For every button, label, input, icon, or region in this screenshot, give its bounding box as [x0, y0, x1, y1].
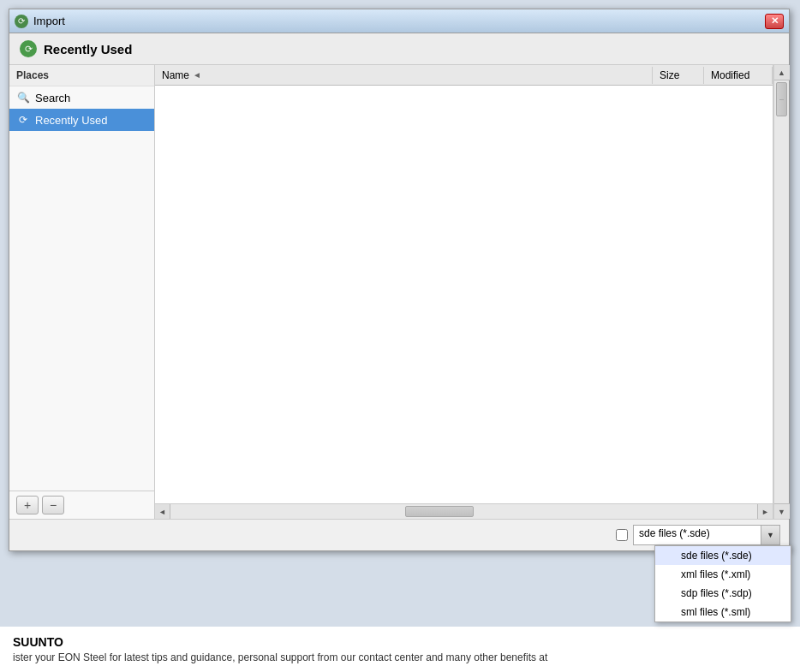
- scrollbar-down-button[interactable]: ▼: [774, 503, 790, 519]
- horizontal-scrollbar: ◄ ►: [155, 503, 773, 519]
- file-type-select[interactable]: sde files (*.sde): [633, 525, 761, 545]
- file-type-dropdown-button[interactable]: ▼: [761, 525, 780, 545]
- dropdown-item-sml[interactable]: sml files (*.sml): [655, 603, 791, 621]
- close-button[interactable]: ✕: [765, 14, 784, 29]
- filelist-header: Name ◄ Size Modified: [155, 65, 773, 86]
- file-type-dropdown-popup: sde files (*.sde) xml files (*.xml) sdp …: [654, 545, 791, 622]
- hscrollbar-left-button[interactable]: ◄: [155, 504, 170, 520]
- dropdown-item-sdp[interactable]: sdp files (*.sdp): [655, 584, 791, 603]
- sidebar-bottom: + −: [9, 491, 154, 519]
- dialog-icon: ⟳: [15, 15, 28, 28]
- header-title: Recently Used: [44, 42, 132, 56]
- dialog-titlebar: ⟳ Import ✕: [9, 9, 789, 33]
- sidebar-item-search[interactable]: 🔍 Search: [9, 86, 154, 109]
- hscrollbar-thumb[interactable]: [405, 506, 474, 517]
- dropdown-label-sde: sde files (*.sde): [681, 550, 752, 562]
- col-name[interactable]: Name ◄: [155, 67, 653, 84]
- dialog-content: Places 🔍 Search ⟳ Recently Used + −: [9, 65, 789, 519]
- filelist-area: Name ◄ Size Modified ◄: [155, 65, 773, 519]
- dropdown-label-sml: sml files (*.sml): [681, 606, 750, 618]
- filelist-content[interactable]: [155, 86, 773, 503]
- filter-checkbox[interactable]: [616, 529, 628, 541]
- dropdown-label-sdp: sdp files (*.sdp): [681, 587, 752, 599]
- hscrollbar-track[interactable]: [170, 504, 757, 519]
- col-sort-arrow: ◄: [193, 70, 201, 80]
- sidebar-item-recently-used[interactable]: ⟳ Recently Used: [9, 109, 154, 131]
- dialog-header: ⟳ Recently Used: [9, 33, 789, 65]
- scrollbar-line: [779, 99, 784, 100]
- col-size[interactable]: Size: [653, 67, 704, 84]
- dropdown-item-xml[interactable]: xml files (*.xml): [655, 565, 791, 584]
- dropdown-item-sde[interactable]: sde files (*.sde): [655, 546, 791, 565]
- header-icon: ⟳: [20, 40, 37, 57]
- recently-used-icon: ⟳: [16, 113, 30, 127]
- import-dialog: ⟳ Import ✕ ⟳ Recently Used Places 🔍 Sear…: [9, 9, 790, 551]
- vertical-scrollbar: ▲ ▼: [773, 65, 789, 519]
- titlebar-left: ⟳ Import: [15, 15, 65, 28]
- sidebar-add-button[interactable]: +: [16, 496, 39, 514]
- sidebar: Places 🔍 Search ⟳ Recently Used + −: [9, 65, 155, 519]
- suunto-text: ister your EON Steel for latest tips and…: [13, 651, 787, 663]
- sidebar-remove-button[interactable]: −: [42, 496, 64, 514]
- dropdown-label-xml: xml files (*.xml): [681, 568, 750, 580]
- col-name-label: Name: [162, 69, 189, 81]
- scrollbar-thumb[interactable]: [776, 82, 787, 116]
- col-modified-label: Modified: [711, 69, 749, 81]
- file-type-container: sde files (*.sde) ▼: [633, 525, 780, 545]
- sidebar-item-search-label: Search: [35, 92, 70, 104]
- sidebar-item-recently-used-label: Recently Used: [35, 114, 108, 127]
- col-modified[interactable]: Modified: [704, 67, 773, 84]
- scrollbar-track[interactable]: [774, 80, 789, 503]
- suunto-title: SUUNTO: [13, 635, 787, 649]
- search-icon: 🔍: [16, 91, 30, 104]
- scrollbar-up-button[interactable]: ▲: [774, 65, 790, 80]
- dialog-body: Places 🔍 Search ⟳ Recently Used + −: [9, 65, 789, 550]
- suunto-section: SUUNTO ister your EON Steel for latest t…: [0, 627, 800, 672]
- places-label: Places: [9, 65, 154, 86]
- dialog-title: Import: [33, 15, 65, 27]
- hscrollbar-right-button[interactable]: ►: [757, 504, 773, 520]
- col-size-label: Size: [660, 69, 679, 81]
